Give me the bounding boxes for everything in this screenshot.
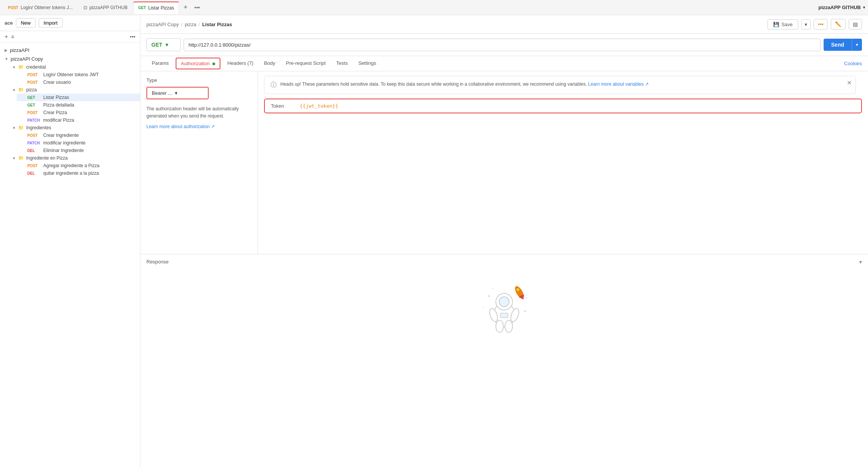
alert-close-button[interactable]: ✕ — [847, 79, 852, 86]
type-select-wrapper: Bearer ... ▾ — [146, 87, 209, 99]
method-label: PATCH — [27, 141, 41, 145]
auth-panel: Type Bearer ... ▾ The authorization head… — [140, 71, 868, 254]
token-value: {{jwt_token}} — [300, 103, 338, 109]
right-panel-title: pizzaAPP GITHUB ▾ — [818, 5, 865, 10]
method-value: GET — [151, 42, 162, 48]
tab-authorization[interactable]: Authorization — [176, 58, 221, 69]
request-name: quitar ingrediente a la pizza — [43, 171, 99, 176]
tab-tests[interactable]: Tests — [331, 56, 353, 71]
request-crear-pizza[interactable]: POST Crear Pizza — [17, 109, 140, 116]
tab-pre-request-script[interactable]: Pre-request Script — [281, 56, 331, 71]
toolbar-more-button[interactable]: ••• — [814, 19, 828, 30]
auth-description: The authorization header will be automat… — [146, 105, 252, 120]
request-name: Pizza detallada — [43, 102, 74, 108]
request-login-jwt[interactable]: POST Login/ Obtener tokens JWT — [17, 71, 140, 78]
svg-point-14 — [527, 297, 528, 298]
auth-left-panel: Type Bearer ... ▾ The authorization head… — [140, 71, 258, 254]
request-listar-pizzas[interactable]: GET Listar Pizzas — [17, 94, 140, 101]
learn-more-auth-link[interactable]: Learn more about authorization ↗ — [146, 124, 215, 129]
svg-rect-7 — [500, 313, 508, 318]
ingrediente-en-pizza-requests: POST Agregar ingrediente a Pizza DEL qui… — [8, 162, 140, 177]
tab-pizzaapp-github-label: pizzaAPP GITHUB — [90, 5, 127, 10]
folder-name-pizza: pizza — [26, 87, 37, 92]
folder-icon: 📁 — [18, 64, 24, 70]
sidebar-item-pizzaapi-copy[interactable]: ▼ pizzaAPI Copy — [0, 55, 140, 63]
breadcrumb-sep2: / — [198, 22, 200, 27]
add-icon[interactable]: + — [5, 33, 8, 40]
tab-headers[interactable]: Headers (7) — [222, 56, 259, 71]
folder-header-pizza[interactable]: ▼ 📁 pizza — [8, 86, 140, 94]
request-modificar-pizza[interactable]: PATCH modificar Pizza — [17, 116, 140, 124]
more-tabs-button[interactable]: ••• — [192, 4, 202, 11]
edit-button[interactable]: ✏️ — [831, 19, 846, 30]
tab-pizzaapp-github[interactable]: ⊡ pizzaAPP GITHUB — [79, 2, 132, 14]
request-pizza-detallada[interactable]: GET Pizza detallada — [17, 101, 140, 109]
tab-login-label: Login/ Obtener tokens J... — [20, 5, 72, 10]
request-eliminar-ingrediente[interactable]: DEL Eliminar Ingrediente — [17, 147, 140, 154]
breadcrumb-collection[interactable]: pizza — [185, 22, 196, 27]
send-button[interactable]: Send — [824, 39, 852, 51]
sidebar-item-pizzaapi[interactable]: ▶ pizzaAPI — [0, 46, 140, 55]
breadcrumb: pizzaAPI Copy / pizza / Listar Pizzas 💾 … — [140, 15, 868, 34]
list-icon[interactable]: ≡ — [11, 34, 14, 40]
request-quitar-ingrediente[interactable]: DEL quitar ingrediente a la pizza — [17, 169, 140, 177]
type-select[interactable]: Bearer ... ▾ — [147, 88, 208, 99]
send-dropdown-button[interactable]: ▾ — [852, 39, 862, 51]
right-panel-chevron-icon[interactable]: ▾ — [863, 5, 865, 9]
auth-right-panel: ⓘ Heads up! These parameters hold sensit… — [258, 71, 868, 254]
sidebar-header: ace New Import — [0, 15, 140, 31]
request-crear-usuario[interactable]: POST Crear usuario — [17, 78, 140, 86]
alert-text: Heads up! These parameters hold sensitiv… — [280, 81, 849, 88]
tab-actions: + ••• — [181, 3, 202, 12]
method-select[interactable]: GET ▾ — [146, 38, 181, 51]
pizza-requests: GET Listar Pizzas GET Pizza detallada PO… — [8, 94, 140, 124]
add-tab-button[interactable]: + — [181, 3, 190, 12]
save-dropdown-button[interactable]: ▾ — [801, 19, 811, 30]
illustration-area — [140, 270, 868, 467]
method-chevron-icon: ▾ — [165, 42, 168, 48]
breadcrumb-api[interactable]: pizzaAPI Copy — [146, 22, 179, 27]
send-button-group: Send ▾ — [824, 39, 862, 51]
tab-body[interactable]: Body — [259, 56, 281, 71]
link-icon: ⊡ — [83, 5, 87, 10]
tab-cookies[interactable]: Cookies — [844, 57, 862, 70]
request-modificar-ingrediente[interactable]: PATCH modificar ingrediente — [17, 139, 140, 147]
request-crear-ingrediente[interactable]: POST Crear Ingrediente — [17, 132, 140, 139]
folder-name-ingredientes: Ingredientes — [26, 125, 51, 130]
tab-params[interactable]: Params — [146, 56, 174, 71]
folder-header-ingredientes[interactable]: ▼ 📁 Ingredientes — [8, 124, 140, 132]
svg-point-6 — [505, 320, 513, 332]
folder-header-ingrediente-en-pizza[interactable]: ▼ 📁 Ingrediente en Pizza — [8, 154, 140, 162]
learn-more-variables-link[interactable]: Learn more about variables ↗ — [588, 81, 648, 87]
caret-icon: ▶ — [5, 48, 8, 52]
save-button[interactable]: 💾 Save — [767, 19, 799, 30]
folder-pizza: ▼ 📁 pizza GET Listar Pizzas GET Pizza de… — [0, 86, 140, 124]
folder-ingrediente-en-pizza: ▼ 📁 Ingrediente en Pizza POST Agregar in… — [0, 154, 140, 177]
request-name: Agregar ingrediente a Pizza — [43, 163, 99, 168]
folder-icon: 📁 — [18, 125, 24, 130]
type-select-chevron-icon: ▾ — [175, 90, 178, 96]
method-label: POST — [27, 80, 41, 85]
preview-button[interactable]: ▤ — [849, 19, 862, 30]
astronaut-illustration — [470, 277, 538, 338]
folder-header-credential[interactable]: ▼ 📁 credential — [8, 63, 140, 71]
new-button[interactable]: New — [16, 18, 36, 28]
import-button[interactable]: Import — [39, 18, 63, 28]
svg-point-12 — [524, 310, 526, 312]
type-select-value: Bearer ... — [152, 90, 172, 96]
tab-listar-pizzas[interactable]: GET Listar Pizzas — [133, 2, 179, 14]
response-chevron-icon[interactable]: ▾ — [859, 259, 862, 265]
tab-login[interactable]: POST Login/ Obtener tokens J... — [3, 2, 78, 14]
collection-name-pizzaapi: pizzaAPI — [10, 47, 29, 53]
request-agregar-ingrediente[interactable]: POST Agregar ingrediente a Pizza — [17, 162, 140, 169]
svg-point-2 — [499, 297, 509, 307]
url-input[interactable] — [184, 39, 821, 51]
sidebar-more-icon[interactable]: ••• — [130, 34, 135, 40]
auth-active-dot — [212, 63, 215, 65]
request-name: Eliminar Ingrediente — [43, 148, 84, 153]
tab-settings[interactable]: Settings — [353, 56, 382, 71]
method-label: PATCH — [27, 118, 41, 122]
ingredientes-requests: POST Crear Ingrediente PATCH modificar i… — [8, 132, 140, 154]
response-label: Response — [146, 259, 169, 265]
tab-bar: POST Login/ Obtener tokens J... ⊡ pizzaA… — [0, 0, 868, 15]
